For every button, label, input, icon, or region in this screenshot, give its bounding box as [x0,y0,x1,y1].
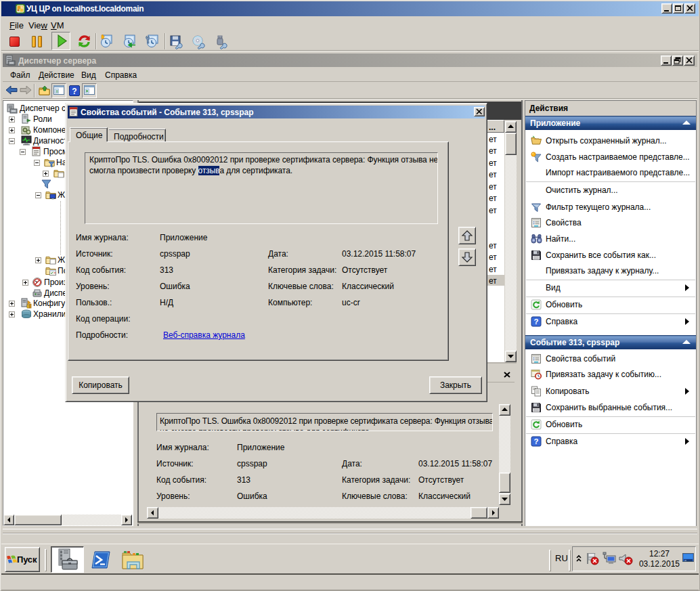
svg-text:?: ? [533,437,538,445]
svg-text:?: ? [72,87,76,96]
svg-text:?: ? [533,318,538,326]
